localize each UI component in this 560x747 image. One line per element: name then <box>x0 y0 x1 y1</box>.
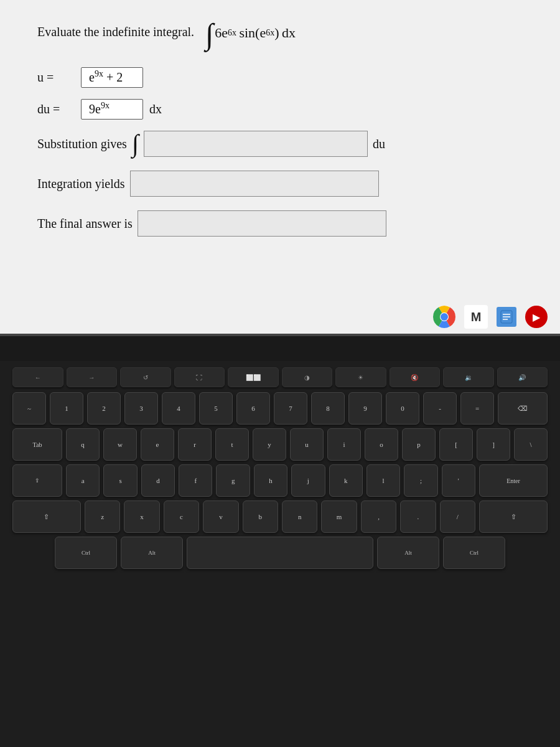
key-h[interactable]: h <box>254 464 287 497</box>
problem-header: Evaluate the indefinite integral. ∫ 6e6x… <box>37 25 523 49</box>
key-period[interactable]: . <box>400 500 436 533</box>
key-x[interactable]: x <box>124 500 159 533</box>
key-1[interactable]: 1 <box>50 392 83 425</box>
key-vol-down[interactable]: 🔉 <box>443 367 494 387</box>
integration-yields-input[interactable] <box>130 171 379 197</box>
key-o[interactable]: o <box>365 428 398 461</box>
du-label: du = <box>37 102 75 116</box>
key-backtick[interactable]: ~ <box>12 392 46 425</box>
key-minus[interactable]: - <box>423 392 457 425</box>
key-2[interactable]: 2 <box>87 392 121 425</box>
key-t[interactable]: t <box>215 428 249 461</box>
key-window-switch[interactable]: ⬜⬜ <box>228 367 279 387</box>
key-d[interactable]: d <box>141 464 175 497</box>
key-semicolon[interactable]: ; <box>404 464 437 497</box>
key-3[interactable]: 3 <box>124 392 158 425</box>
key-equal[interactable]: = <box>460 392 494 425</box>
key-e[interactable]: e <box>141 428 174 461</box>
key-p[interactable]: p <box>402 428 436 461</box>
key-fullscreen[interactable]: ⛶ <box>174 367 225 387</box>
integration-yields-row: Integration yields <box>37 171 523 197</box>
key-r[interactable]: r <box>178 428 212 461</box>
key-u[interactable]: u <box>290 428 324 461</box>
screen-area: Evaluate the indefinite integral. ∫ 6e6x… <box>0 0 560 336</box>
final-answer-input[interactable] <box>138 210 386 237</box>
fn-key-row: ← → ↺ ⛶ ⬜⬜ ◑ ☀ 🔇 🔉 🔊 <box>12 367 548 387</box>
integration-yields-label: Integration yields <box>37 177 125 191</box>
key-8[interactable]: 8 <box>311 392 345 425</box>
key-space[interactable] <box>187 537 373 569</box>
key-n[interactable]: n <box>282 500 317 533</box>
du-substitution-row: du = 9e9x dx <box>37 99 523 120</box>
key-v[interactable]: v <box>203 500 238 533</box>
chrome-icon[interactable] <box>433 306 455 328</box>
taskbar-icons: M ▶ <box>433 305 548 329</box>
key-rbracket[interactable]: ] <box>477 428 510 461</box>
key-backslash[interactable]: \ <box>514 428 548 461</box>
key-9[interactable]: 9 <box>348 392 382 425</box>
key-quote[interactable]: ' <box>442 464 475 497</box>
key-5[interactable]: 5 <box>199 392 233 425</box>
key-f[interactable]: f <box>179 464 212 497</box>
key-slash[interactable]: / <box>440 500 475 533</box>
asdf-row: ⇪ a s d f g h j k l ; ' Enter <box>12 464 548 497</box>
key-7[interactable]: 7 <box>274 392 307 425</box>
svg-point-2 <box>441 313 448 321</box>
u-value: e9x + 2 <box>81 67 143 88</box>
substitution-gives-label: Substitution gives <box>37 137 127 151</box>
key-reload[interactable]: ↺ <box>120 367 171 387</box>
zxcv-row: ⇧ z x c v b n m , . / ⇧ <box>12 500 548 533</box>
key-tab[interactable]: Tab <box>12 428 62 461</box>
youtube-icon[interactable]: ▶ <box>525 306 548 328</box>
du-suffix-label: du <box>373 137 385 151</box>
key-forward[interactable]: → <box>67 367 118 387</box>
key-capslock[interactable]: ⇪ <box>12 464 62 497</box>
du-value: 9e9x <box>81 99 143 120</box>
key-mute[interactable]: 🔇 <box>390 367 441 387</box>
key-a[interactable]: a <box>66 464 100 497</box>
final-answer-row: The final answer is <box>37 210 523 237</box>
key-6[interactable]: 6 <box>236 392 270 425</box>
key-alt-left[interactable]: Alt <box>121 537 183 569</box>
key-enter[interactable]: Enter <box>479 464 548 497</box>
u-label: u = <box>37 70 75 85</box>
integral-symbol: ∫ <box>205 22 213 46</box>
key-shift-left[interactable]: ⇧ <box>12 500 81 533</box>
key-ctrl-left[interactable]: Ctrl <box>55 537 117 569</box>
key-l[interactable]: l <box>366 464 400 497</box>
key-k[interactable]: k <box>329 464 363 497</box>
docs-icon[interactable] <box>497 307 516 327</box>
key-brightness-down[interactable]: ◑ <box>282 367 333 387</box>
key-4[interactable]: 4 <box>162 392 195 425</box>
bottom-row: Ctrl Alt Alt Ctrl <box>12 537 548 569</box>
key-j[interactable]: j <box>291 464 325 497</box>
gmail-icon[interactable]: M <box>464 305 488 329</box>
key-0[interactable]: 0 <box>386 392 419 425</box>
substitution-integral-symbol: ∫ <box>132 133 139 154</box>
key-vol-up[interactable]: 🔊 <box>497 367 548 387</box>
key-w[interactable]: w <box>103 428 137 461</box>
integral-expression: ∫ 6e6x sin(e6x) dx <box>205 25 296 49</box>
integral-body: 6e6x sin(e6x) dx <box>215 25 296 41</box>
key-c[interactable]: c <box>164 500 199 533</box>
key-q[interactable]: q <box>66 428 100 461</box>
key-i[interactable]: i <box>327 428 361 461</box>
key-lbracket[interactable]: [ <box>439 428 473 461</box>
key-ctrl-right[interactable]: Ctrl <box>443 537 505 569</box>
key-brightness-up[interactable]: ☀ <box>335 367 386 387</box>
key-comma[interactable]: , <box>361 500 396 533</box>
qwerty-row: Tab q w e r t y u i o p [ ] \ <box>12 428 548 461</box>
key-m[interactable]: m <box>321 500 357 533</box>
key-backspace[interactable]: ⌫ <box>498 392 548 425</box>
key-back[interactable]: ← <box>12 367 63 387</box>
problem-title: Evaluate the indefinite integral. <box>37 25 194 39</box>
key-alt-right[interactable]: Alt <box>377 537 439 569</box>
key-z[interactable]: z <box>85 500 120 533</box>
substitution-input[interactable] <box>144 131 368 157</box>
key-g[interactable]: g <box>216 464 250 497</box>
substitution-gives-row: Substitution gives ∫ du <box>37 131 523 157</box>
key-b[interactable]: b <box>243 500 278 533</box>
key-shift-right[interactable]: ⇧ <box>479 500 548 533</box>
key-s[interactable]: s <box>103 464 137 497</box>
key-y[interactable]: y <box>253 428 286 461</box>
